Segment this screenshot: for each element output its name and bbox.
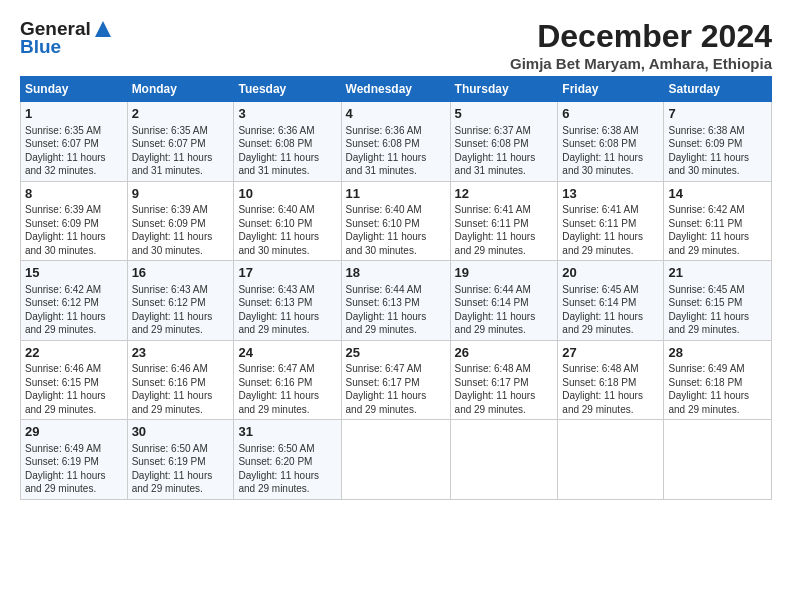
day-info: Sunset: 6:10 PM <box>346 217 446 231</box>
day-info: Sunrise: 6:40 AM <box>238 203 336 217</box>
day-cell <box>450 420 558 500</box>
subtitle: Gimja Bet Maryam, Amhara, Ethiopia <box>510 55 772 72</box>
day-info: Sunset: 6:14 PM <box>562 296 659 310</box>
day-info: Sunrise: 6:41 AM <box>562 203 659 217</box>
day-cell: 29Sunrise: 6:49 AMSunset: 6:19 PMDayligh… <box>21 420 128 500</box>
day-info: and 29 minutes. <box>238 403 336 417</box>
day-info: and 30 minutes. <box>562 164 659 178</box>
main-title: December 2024 <box>510 18 772 55</box>
day-info: Daylight: 11 hours <box>562 310 659 324</box>
page: General Blue December 2024 Gimja Bet Mar… <box>0 0 792 510</box>
day-info: Daylight: 11 hours <box>25 230 123 244</box>
day-info: Daylight: 11 hours <box>346 389 446 403</box>
day-cell: 6Sunrise: 6:38 AMSunset: 6:08 PMDaylight… <box>558 102 664 182</box>
day-info: Sunrise: 6:49 AM <box>668 362 767 376</box>
day-number: 11 <box>346 185 446 203</box>
day-info: Sunrise: 6:45 AM <box>562 283 659 297</box>
day-info: Sunset: 6:09 PM <box>668 137 767 151</box>
day-number: 2 <box>132 105 230 123</box>
week-row-4: 22Sunrise: 6:46 AMSunset: 6:15 PMDayligh… <box>21 340 772 420</box>
day-info: Sunset: 6:20 PM <box>238 455 336 469</box>
day-cell <box>558 420 664 500</box>
day-info: Daylight: 11 hours <box>25 310 123 324</box>
day-number: 20 <box>562 264 659 282</box>
day-cell: 25Sunrise: 6:47 AMSunset: 6:17 PMDayligh… <box>341 340 450 420</box>
day-number: 5 <box>455 105 554 123</box>
day-info: Sunset: 6:18 PM <box>668 376 767 390</box>
day-info: Sunrise: 6:37 AM <box>455 124 554 138</box>
day-number: 1 <box>25 105 123 123</box>
day-info: Sunrise: 6:42 AM <box>668 203 767 217</box>
day-info: and 29 minutes. <box>562 244 659 258</box>
day-info: Sunrise: 6:44 AM <box>346 283 446 297</box>
day-info: Daylight: 11 hours <box>132 310 230 324</box>
day-info: and 29 minutes. <box>132 482 230 496</box>
day-info: Sunset: 6:13 PM <box>346 296 446 310</box>
day-info: Sunrise: 6:42 AM <box>25 283 123 297</box>
logo-icon <box>93 19 113 39</box>
day-cell: 24Sunrise: 6:47 AMSunset: 6:16 PMDayligh… <box>234 340 341 420</box>
day-info: Daylight: 11 hours <box>562 389 659 403</box>
day-info: Daylight: 11 hours <box>455 230 554 244</box>
day-info: Sunrise: 6:38 AM <box>562 124 659 138</box>
col-saturday: Saturday <box>664 77 772 102</box>
day-info: Sunrise: 6:44 AM <box>455 283 554 297</box>
day-info: Sunrise: 6:47 AM <box>238 362 336 376</box>
day-info: Sunset: 6:07 PM <box>25 137 123 151</box>
day-info: Sunset: 6:09 PM <box>132 217 230 231</box>
day-number: 10 <box>238 185 336 203</box>
day-cell: 28Sunrise: 6:49 AMSunset: 6:18 PMDayligh… <box>664 340 772 420</box>
day-info: Sunset: 6:08 PM <box>238 137 336 151</box>
col-wednesday: Wednesday <box>341 77 450 102</box>
day-cell: 22Sunrise: 6:46 AMSunset: 6:15 PMDayligh… <box>21 340 128 420</box>
day-info: Sunrise: 6:43 AM <box>238 283 336 297</box>
day-info: Sunset: 6:12 PM <box>25 296 123 310</box>
day-cell: 10Sunrise: 6:40 AMSunset: 6:10 PMDayligh… <box>234 181 341 261</box>
day-cell: 11Sunrise: 6:40 AMSunset: 6:10 PMDayligh… <box>341 181 450 261</box>
day-cell: 23Sunrise: 6:46 AMSunset: 6:16 PMDayligh… <box>127 340 234 420</box>
day-info: Sunset: 6:08 PM <box>346 137 446 151</box>
day-info: and 29 minutes. <box>25 323 123 337</box>
day-info: Sunset: 6:19 PM <box>132 455 230 469</box>
day-number: 19 <box>455 264 554 282</box>
day-number: 4 <box>346 105 446 123</box>
day-info: Daylight: 11 hours <box>668 389 767 403</box>
day-info: Sunset: 6:16 PM <box>132 376 230 390</box>
day-number: 16 <box>132 264 230 282</box>
day-info: and 30 minutes. <box>25 244 123 258</box>
day-cell: 21Sunrise: 6:45 AMSunset: 6:15 PMDayligh… <box>664 261 772 341</box>
day-info: Sunset: 6:13 PM <box>238 296 336 310</box>
day-cell: 14Sunrise: 6:42 AMSunset: 6:11 PMDayligh… <box>664 181 772 261</box>
day-info: Sunrise: 6:45 AM <box>668 283 767 297</box>
day-info: Sunset: 6:11 PM <box>562 217 659 231</box>
day-info: Sunrise: 6:48 AM <box>562 362 659 376</box>
day-cell: 20Sunrise: 6:45 AMSunset: 6:14 PMDayligh… <box>558 261 664 341</box>
day-info: Daylight: 11 hours <box>455 389 554 403</box>
day-number: 25 <box>346 344 446 362</box>
day-info: Sunset: 6:15 PM <box>25 376 123 390</box>
day-info: and 29 minutes. <box>346 403 446 417</box>
day-info: Daylight: 11 hours <box>668 151 767 165</box>
day-info: Sunset: 6:10 PM <box>238 217 336 231</box>
day-cell: 27Sunrise: 6:48 AMSunset: 6:18 PMDayligh… <box>558 340 664 420</box>
day-info: Daylight: 11 hours <box>346 310 446 324</box>
day-number: 13 <box>562 185 659 203</box>
day-info: Sunrise: 6:35 AM <box>25 124 123 138</box>
day-info: Sunrise: 6:46 AM <box>132 362 230 376</box>
day-info: Daylight: 11 hours <box>238 310 336 324</box>
day-cell: 8Sunrise: 6:39 AMSunset: 6:09 PMDaylight… <box>21 181 128 261</box>
day-cell: 5Sunrise: 6:37 AMSunset: 6:08 PMDaylight… <box>450 102 558 182</box>
day-info: and 31 minutes. <box>132 164 230 178</box>
day-info: and 29 minutes. <box>132 323 230 337</box>
day-number: 31 <box>238 423 336 441</box>
day-cell: 31Sunrise: 6:50 AMSunset: 6:20 PMDayligh… <box>234 420 341 500</box>
day-info: Daylight: 11 hours <box>455 151 554 165</box>
day-number: 15 <box>25 264 123 282</box>
day-info: Sunset: 6:08 PM <box>455 137 554 151</box>
day-cell: 2Sunrise: 6:35 AMSunset: 6:07 PMDaylight… <box>127 102 234 182</box>
day-number: 18 <box>346 264 446 282</box>
col-thursday: Thursday <box>450 77 558 102</box>
day-info: and 30 minutes. <box>132 244 230 258</box>
day-info: Daylight: 11 hours <box>25 151 123 165</box>
day-info: and 31 minutes. <box>455 164 554 178</box>
